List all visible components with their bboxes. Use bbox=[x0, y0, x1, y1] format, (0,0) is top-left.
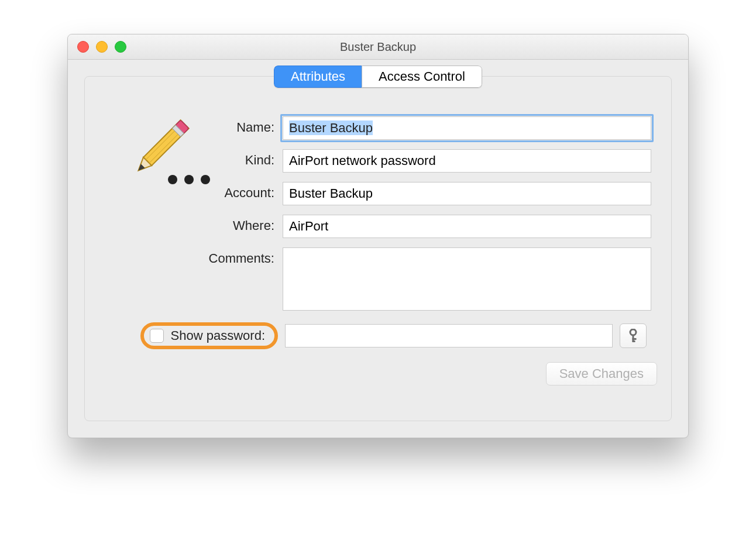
password-dots-icon bbox=[168, 175, 210, 184]
key-icon bbox=[627, 329, 639, 343]
password-item-icon bbox=[122, 116, 193, 187]
password-field[interactable] bbox=[285, 324, 613, 347]
svg-rect-10 bbox=[633, 340, 635, 342]
tab-access-control[interactable]: Access Control bbox=[362, 66, 482, 88]
tab-segmented-control: Attributes Access Control bbox=[274, 66, 482, 88]
minimize-window-button[interactable] bbox=[96, 41, 108, 53]
svg-point-7 bbox=[630, 329, 636, 335]
svg-rect-9 bbox=[633, 338, 637, 340]
save-changes-button[interactable]: Save Changes bbox=[546, 362, 657, 385]
where-label: Where: bbox=[99, 215, 283, 233]
close-window-button[interactable] bbox=[77, 41, 89, 53]
window-controls bbox=[77, 41, 126, 53]
comments-label: Comments: bbox=[99, 247, 283, 266]
window-title: Buster Backup bbox=[68, 40, 688, 54]
zoom-window-button[interactable] bbox=[115, 41, 126, 53]
name-field[interactable] bbox=[283, 116, 651, 140]
comments-field[interactable] bbox=[283, 247, 651, 311]
show-password-checkbox[interactable] bbox=[150, 329, 164, 343]
account-field[interactable] bbox=[283, 182, 651, 205]
kind-field[interactable] bbox=[283, 149, 651, 173]
where-field[interactable] bbox=[283, 215, 651, 238]
content-panel: Attributes Access Control bbox=[84, 76, 672, 421]
keychain-item-window: Buster Backup Attributes Access Control bbox=[67, 34, 689, 438]
show-password-label: Show password: bbox=[171, 328, 265, 343]
tab-attributes[interactable]: Attributes bbox=[274, 66, 362, 88]
titlebar: Buster Backup bbox=[68, 35, 688, 60]
password-assistant-button[interactable] bbox=[620, 323, 647, 348]
